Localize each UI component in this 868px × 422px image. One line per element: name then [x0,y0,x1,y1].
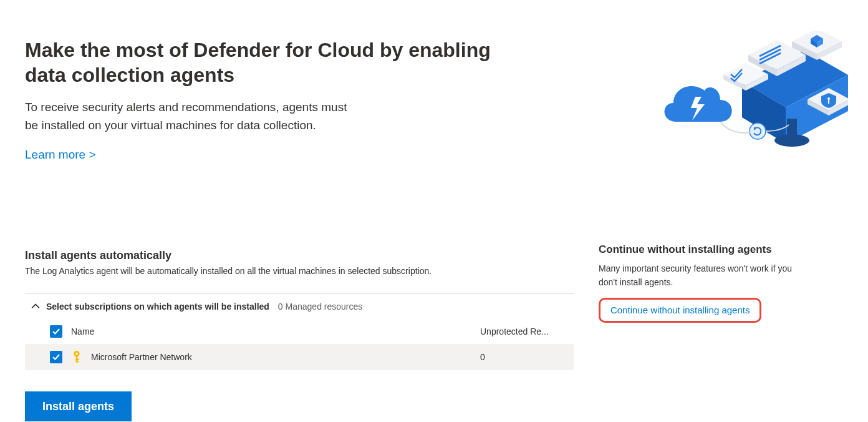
select-all-checkbox[interactable] [50,325,62,338]
install-section-desc: The Log Analytics agent will be automati… [25,266,574,276]
column-unprotected-header: Unprotected Re... [480,326,567,336]
svg-point-1 [75,353,77,355]
table-header: Name Unprotected Re... [25,319,574,344]
resources-count: 0 Managed resources [278,302,362,312]
page-title: Make the most of Defender for Cloud by e… [25,37,536,87]
row-checkbox[interactable] [50,351,62,363]
svg-rect-30 [828,100,829,104]
subscriptions-expander[interactable]: Select subscriptions on which agents wil… [25,293,574,319]
page-subtitle-line2: be installed on your virtual machines fo… [25,117,461,135]
continue-link-highlight: Continue without installing agents [599,298,761,323]
svg-rect-3 [76,359,80,360]
hero-illustration [649,31,848,159]
table-row[interactable]: Microsoft Partner Network 0 [25,344,574,370]
svg-rect-4 [76,361,79,362]
key-icon [71,350,82,364]
row-name: Microsoft Partner Network [91,352,192,362]
row-unprotected: 0 [480,352,567,362]
install-agents-button[interactable]: Install agents [25,391,132,421]
continue-desc: Many important security features won't w… [599,262,804,289]
learn-more-link[interactable]: Learn more > [25,148,96,162]
continue-title: Continue without installing agents [599,243,843,256]
svg-rect-9 [787,119,797,140]
continue-without-installing-link[interactable]: Continue without installing agents [610,305,750,315]
install-section-title: Install agents automatically [25,249,574,262]
column-name-header: Name [71,326,94,336]
page-subtitle-line1: To receive security alerts and recommend… [25,99,461,117]
expander-label: Select subscriptions on which agents wil… [46,302,269,312]
chevron-up-icon [31,302,40,311]
svg-point-29 [827,97,830,100]
